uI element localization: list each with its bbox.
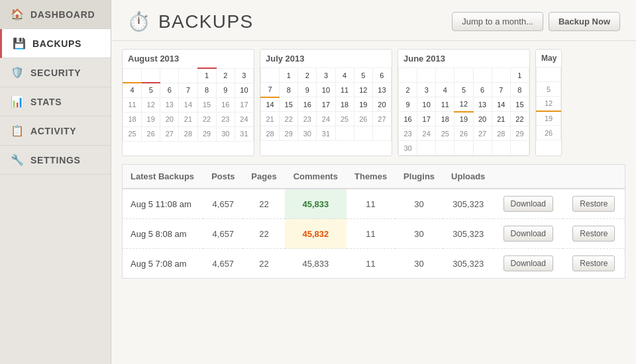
cal-cell[interactable]: 16 [399,112,417,126]
cal-cell [160,68,179,83]
cal-cell[interactable]: 2 [399,83,417,97]
table-row: Aug 5 11:08 am 4,657 22 45,833 11 30 305… [123,189,625,219]
sidebar-item-dashboard[interactable]: 🏠 DASHBOARD [0,0,111,29]
cal-cell[interactable]: 21 [492,112,510,126]
cal-cell: 22 [280,112,298,126]
cal-cell[interactable]: 10 [317,83,335,97]
cal-cell: 26 [142,126,160,141]
cal-cell[interactable]: 1 [510,68,529,83]
cal-cell[interactable]: 15 [510,97,529,112]
cal-cell: 26 [537,126,561,140]
cal-cell[interactable]: 10 [417,97,436,112]
cal-cell[interactable]: 5 [142,83,160,97]
restore-button[interactable]: Restore [572,226,615,242]
col-themes: Themes [346,165,396,189]
cal-cell [399,68,417,83]
cal-cell [417,141,436,156]
settings-icon: 🔧 [11,154,24,166]
cal-cell[interactable]: 10 [235,83,253,97]
cal-cell[interactable]: 7 [492,83,510,97]
cal-cell[interactable]: 6 [372,68,391,83]
cal-cell[interactable]: 7 [179,83,197,97]
cal-cell[interactable]: 4 [335,68,354,83]
backup-pages: 22 [243,189,285,219]
cal-cell: 30 [399,141,417,156]
cal-cell[interactable]: 5 [454,83,473,97]
backup-plugins: 30 [396,189,443,219]
backup-now-button[interactable]: Backup Now [549,12,620,31]
cal-cell: 26 [354,112,372,126]
jump-to-month-button[interactable]: Jump to a month... [452,12,543,31]
cal-cell[interactable]: 5 [354,68,372,83]
security-icon: 🛡️ [11,66,24,79]
cal-cell[interactable]: 1 [197,68,216,83]
cal-cell[interactable]: 2 [216,68,235,83]
cal-cell [417,68,436,83]
page-title: BACKUPS [158,11,254,32]
cal-cell: 25 [123,126,142,141]
cal-cell[interactable]: 11 [335,83,354,97]
cal-cell: 14 [179,97,197,112]
cal-cell[interactable]: 15 [280,97,298,112]
cal-cell[interactable]: 18 [436,112,454,126]
col-pages: Pages [243,165,285,189]
cal-cell[interactable]: 20 [372,97,391,112]
cal-cell[interactable]: 20 [473,112,492,126]
cal-cell[interactable]: 12 [454,97,473,112]
cal-cell: 17 [235,97,253,112]
cal-cell[interactable]: 8 [510,83,529,97]
cal-cell[interactable]: 13 [372,83,391,97]
backup-pages: 22 [243,219,285,249]
restore-button[interactable]: Restore [572,196,615,212]
cal-cell[interactable]: 17 [417,112,436,126]
cal-cell[interactable]: 9 [298,83,317,97]
cal-cell[interactable]: 19 [454,112,473,126]
sidebar-item-settings[interactable]: 🔧 SETTINGS [0,146,111,175]
cal-cell[interactable]: 14 [261,97,280,112]
cal-cell[interactable]: 22 [510,112,529,126]
cal-cell[interactable]: 8 [197,83,216,97]
calendar-may: May 5 12 19 26 [535,49,562,156]
cal-cell[interactable]: 6 [473,83,492,97]
cal-cell[interactable]: 12 [354,83,372,97]
restore-button[interactable]: Restore [572,255,615,271]
cal-cell[interactable]: 11 [436,97,454,112]
cal-cell: 12 [537,97,561,111]
cal-cell [261,68,280,83]
download-button[interactable]: Download [504,196,553,212]
backup-themes: 11 [346,219,396,249]
cal-cell[interactable]: 18 [335,97,354,112]
cal-cell[interactable]: 1 [280,68,298,83]
cal-cell: 20 [160,112,179,126]
cal-cell[interactable]: 9 [399,97,417,112]
cal-cell[interactable]: 17 [317,97,335,112]
cal-cell[interactable]: 9 [216,83,235,97]
sidebar-item-backups[interactable]: 💾 BACKUPS [0,29,111,58]
cal-cell[interactable]: 2 [298,68,317,83]
cal-cell: 16 [216,97,235,112]
cal-cell[interactable]: 3 [235,68,253,83]
cal-cell[interactable]: 14 [492,97,510,112]
col-latest-backups: Latest Backups [123,165,203,189]
cal-cell[interactable]: 6 [160,83,179,97]
cal-cell: 22 [197,112,216,126]
download-button[interactable]: Download [504,226,553,242]
cal-cell[interactable]: 13 [473,97,492,112]
cal-cell[interactable]: 16 [298,97,317,112]
cal-cell[interactable]: 7 [261,83,280,97]
cal-cell: 24 [417,126,436,141]
download-button[interactable]: Download [504,255,553,271]
cal-cell[interactable]: 3 [417,83,436,97]
sidebar-item-activity[interactable]: 📋 ACTIVITY [0,116,111,146]
cal-cell[interactable]: 8 [280,83,298,97]
cal-cell[interactable]: 4 [436,83,454,97]
cal-cell [179,68,197,83]
cal-cell[interactable]: 3 [317,68,335,83]
page-header: ⏱️ BACKUPS Jump to a month... Backup Now [111,0,636,41]
sidebar-item-stats[interactable]: 📊 STATS [0,87,111,116]
cal-cell[interactable]: 4 [123,83,142,97]
cal-cell: 12 [142,97,160,112]
cal-cell[interactable]: 19 [354,97,372,112]
cal-cell: 30 [216,126,235,141]
sidebar-item-security[interactable]: 🛡️ SECURITY [0,58,111,87]
